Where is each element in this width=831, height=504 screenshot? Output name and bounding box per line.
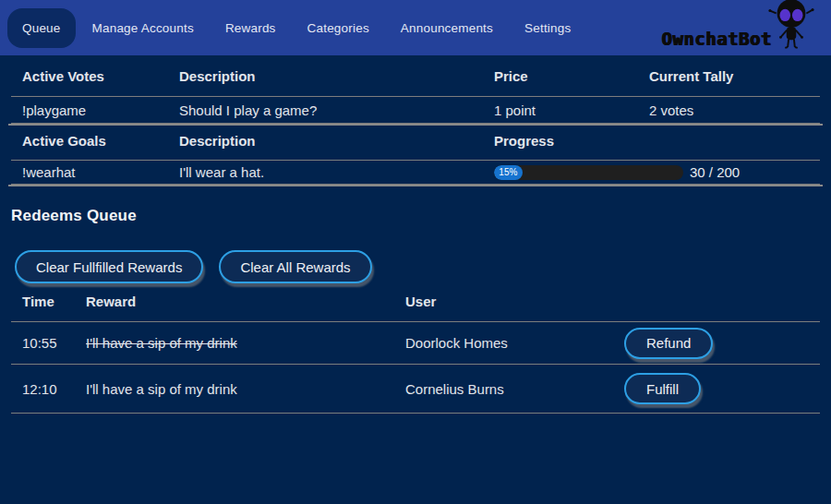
- redeem-reward: I'll have a sip of my drink: [86, 381, 405, 397]
- fulfill-button[interactable]: Fulfill: [624, 373, 701, 404]
- refund-button[interactable]: Refund: [624, 328, 713, 359]
- active-goal-row: !wearhat I'll wear a hat. 15% 30 / 200: [11, 161, 820, 185]
- active-votes-table: Active Votes Description Price Current T…: [11, 68, 820, 124]
- redeem-user: Doorlock Homes: [405, 335, 624, 351]
- progress-percent-label: 15%: [499, 167, 517, 177]
- col-header-progress: Progress: [494, 133, 820, 161]
- clear-fulfilled-rewards-button[interactable]: Clear Fullfilled Rewards: [15, 250, 203, 283]
- redeem-row: 12:10 I'll have a sip of my drink Cornel…: [11, 365, 820, 414]
- progress-bar-fill: 15%: [494, 165, 523, 180]
- redeem-time: 12:10: [11, 381, 86, 397]
- redeems-action-buttons: Clear Fullfilled Rewards Clear All Rewar…: [15, 250, 831, 283]
- nav-item-announcements[interactable]: Announcements: [386, 8, 508, 48]
- active-votes-header-row: Active Votes Description Price Current T…: [11, 68, 820, 97]
- col-header-active-votes: Active Votes: [11, 68, 179, 97]
- active-vote-row: !playgame Should I play a game? 1 point …: [11, 97, 820, 124]
- nav-item-queue[interactable]: Queue: [7, 8, 76, 48]
- nav-item-rewards[interactable]: Rewards: [211, 8, 291, 48]
- app-logo: OwnchatBot: [662, 0, 814, 55]
- active-goals-table: Active Goals Description Progress !wearh…: [11, 133, 820, 185]
- col-header-user: User: [405, 294, 624, 322]
- col-header-active-goals: Active Goals: [11, 133, 179, 161]
- redeem-reward: I'll have a sip of my drink: [86, 335, 405, 351]
- col-header-description: Description: [179, 133, 494, 161]
- redeem-time: 10:55: [11, 335, 86, 351]
- vote-command: !playgame: [11, 102, 179, 118]
- col-header-price: Price: [494, 68, 649, 97]
- active-goals-header-row: Active Goals Description Progress: [11, 133, 820, 161]
- section-divider: [8, 185, 823, 186]
- col-header-time: Time: [11, 294, 86, 322]
- redeems-queue-title: Redeems Queue: [11, 207, 831, 225]
- goal-command: !wearhat: [11, 164, 179, 180]
- redeems-queue-table: Time Reward User 10:55 I'll have a sip o…: [11, 294, 820, 414]
- nav-item-categories[interactable]: Categories: [293, 8, 384, 48]
- robot-mascot-icon: [768, 0, 814, 54]
- progress-fraction-text: 30 / 200: [690, 164, 740, 180]
- redeem-user: Cornelius Burns: [405, 381, 624, 397]
- redeem-row: 10:55 I'll have a sip of my drink Doorlo…: [11, 322, 820, 365]
- goal-description: I'll wear a hat.: [179, 164, 494, 180]
- progress-bar: 15%: [494, 165, 683, 180]
- nav-item-manage-accounts[interactable]: Manage Accounts: [78, 8, 209, 48]
- section-divider: [8, 124, 823, 126]
- nav-item-settings[interactable]: Settings: [510, 8, 585, 48]
- top-nav-bar: Queue Manage Accounts Rewards Categories…: [0, 0, 831, 55]
- col-header-reward: Reward: [86, 294, 405, 322]
- col-header-description: Description: [179, 68, 494, 97]
- col-header-current-tally: Current Tally: [649, 68, 820, 97]
- goal-progress-cell: 15% 30 / 200: [494, 164, 820, 180]
- redeems-header-row: Time Reward User: [11, 294, 820, 322]
- vote-price: 1 point: [494, 102, 649, 118]
- vote-tally: 2 votes: [649, 102, 820, 118]
- clear-all-rewards-button[interactable]: Clear All Rewards: [219, 250, 371, 283]
- logo-wordmark: OwnchatBot: [662, 29, 772, 49]
- vote-description: Should I play a game?: [179, 102, 494, 118]
